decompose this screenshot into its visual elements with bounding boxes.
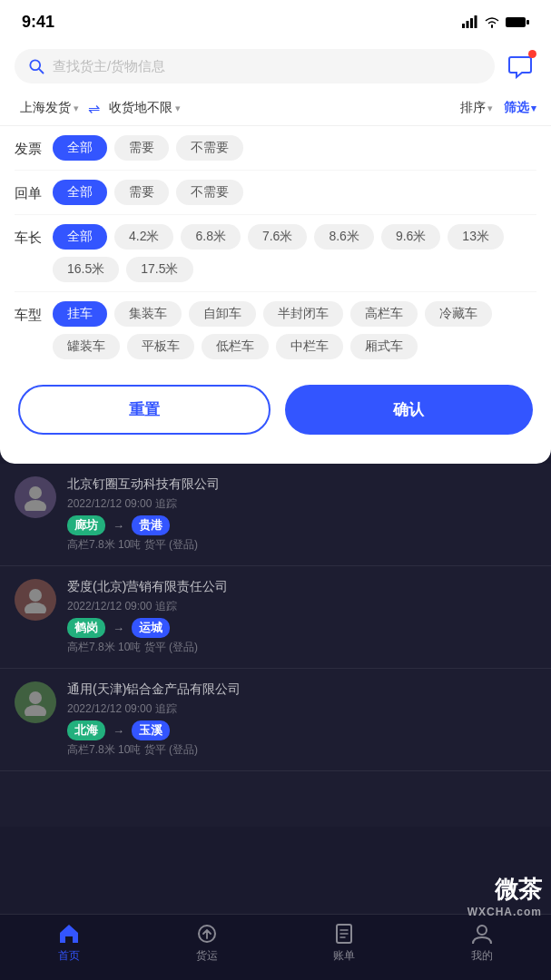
nav-bill[interactable]: 账单 (332, 922, 356, 964)
origin-filter[interactable]: 上海发货 ▾ (15, 98, 84, 118)
svg-rect-1 (467, 21, 469, 28)
search-icon (27, 57, 45, 75)
chip-invoice-all[interactable]: 全部 (53, 135, 107, 161)
chip-tl-86[interactable]: 8.6米 (314, 224, 373, 250)
to-badge: 运城 (132, 618, 170, 638)
chip-tl-96[interactable]: 9.6米 (381, 224, 440, 250)
list-meta: 高栏7.8米 10吨 货平 (登品) (67, 537, 536, 553)
sort-arrow: ▾ (487, 103, 493, 114)
status-icons (462, 15, 529, 28)
chip-tl-68[interactable]: 6.8米 (181, 224, 240, 250)
watermark-sub: WXCHA.com (467, 906, 542, 918)
screen-filter[interactable]: 筛选 ▾ (504, 100, 536, 116)
filter-section: 发票 全部 需要 不需要 回单 全部 需要 不需要 车长 全部 4.2米 6.8… (0, 126, 551, 368)
svg-point-7 (29, 486, 42, 499)
filter-bar: 上海发货 ▾ ⇌ 收货地不限 ▾ 排序 ▾ 筛选 ▾ (0, 93, 551, 126)
search-input-wrap[interactable]: 查找货主/货物信息 (15, 49, 495, 83)
origin-arrow: ▾ (74, 103, 79, 114)
list-item: 爱度(北京)营销有限责任公司 2022/12/12 09:00 追踪 鹤岗 → … (0, 566, 551, 669)
signal-icon (462, 15, 478, 28)
avatar (15, 476, 56, 518)
chip-invoice-need[interactable]: 需要 (114, 135, 169, 161)
chip-returnbill-need[interactable]: 需要 (114, 180, 169, 205)
avatar (15, 579, 56, 621)
chip-tt-tank[interactable]: 罐装车 (53, 334, 120, 359)
watermark: 微茶 WXCHA.com (467, 874, 542, 918)
bill-icon (332, 922, 356, 946)
chip-tt-halfclosed[interactable]: 半封闭车 (263, 301, 343, 327)
nav-home-label: 首页 (58, 948, 80, 964)
chip-tt-midbar[interactable]: 中栏车 (276, 334, 343, 359)
list-route: 廊坊 → 贵港 (67, 515, 536, 535)
nav-home[interactable]: 首页 (57, 922, 81, 964)
list-time: 2022/12/12 09:00 追踪 (67, 701, 536, 717)
confirm-button[interactable]: 确认 (285, 385, 534, 435)
chip-returnbill-noneed[interactable]: 不需要 (176, 180, 243, 205)
chip-tl-42[interactable]: 4.2米 (114, 224, 173, 250)
trucktype-row: 车型 挂车 集装车 自卸车 半封闭车 高栏车 冷藏车 罐装车 平板车 低栏车 中… (15, 292, 536, 368)
trucktype-label: 车型 (15, 301, 44, 324)
nav-freight-label: 货运 (196, 948, 218, 964)
to-badge: 贵港 (132, 515, 170, 535)
sort-filter[interactable]: 排序 ▾ (460, 100, 493, 116)
chip-tt-box[interactable]: 厢式车 (350, 334, 418, 359)
freight-icon (195, 922, 219, 946)
filter-modal-panel: 查找货主/货物信息 上海发货 ▾ ⇌ 收货地不限 ▾ 排序 ▾ 筛选 ▾ (0, 40, 551, 464)
svg-rect-4 (506, 17, 526, 27)
destination-arrow: ▾ (175, 103, 181, 114)
route-arrow: → (113, 622, 124, 635)
chip-tt-highbar[interactable]: 高栏车 (350, 301, 418, 327)
chip-tl-all[interactable]: 全部 (53, 224, 107, 250)
trucklength-row: 车长 全部 4.2米 6.8米 7.6米 8.6米 9.6米 13米 16.5米… (15, 215, 536, 292)
reset-button[interactable]: 重置 (18, 385, 271, 435)
chip-tt-refrigerated[interactable]: 冷藏车 (425, 301, 492, 327)
chip-tl-76[interactable]: 7.6米 (248, 224, 307, 250)
svg-point-11 (29, 691, 42, 704)
chip-tl-165[interactable]: 16.5米 (53, 257, 119, 282)
to-badge: 玉溪 (132, 720, 170, 740)
chip-invoice-noneed[interactable]: 不需要 (176, 135, 243, 161)
returnbill-row: 回单 全部 需要 不需要 (15, 171, 536, 215)
nav-bill-label: 账单 (333, 948, 355, 964)
destination-filter[interactable]: 收货地不限 ▾ (103, 98, 186, 118)
avatar (15, 681, 56, 723)
wifi-icon (484, 15, 500, 28)
chip-tl-13[interactable]: 13米 (448, 224, 504, 250)
nav-profile-label: 我的 (471, 948, 493, 964)
svg-point-9 (29, 589, 42, 602)
list-route: 鹤岗 → 运城 (67, 618, 536, 638)
search-placeholder: 查找货主/货物信息 (53, 58, 165, 75)
status-time: 9:41 (22, 13, 54, 32)
svg-point-12 (25, 705, 46, 716)
nav-freight[interactable]: 货运 (195, 922, 219, 964)
nav-profile[interactable]: 我的 (470, 922, 494, 964)
screen-arrow: ▾ (531, 103, 536, 114)
chip-tt-lowbar[interactable]: 低栏车 (202, 334, 269, 359)
trucktype-chip-group: 挂车 集装车 自卸车 半封闭车 高栏车 冷藏车 罐装车 平板车 低栏车 中栏车 … (53, 301, 536, 359)
chip-tt-flatbed[interactable]: 平板车 (127, 334, 194, 359)
background-list: 北京钉圈互动科技有限公司 2022/12/12 09:00 追踪 廊坊 → 贵港… (0, 464, 551, 827)
chip-tt-container[interactable]: 集装车 (114, 301, 182, 327)
svg-rect-5 (526, 20, 529, 24)
chip-returnbill-all[interactable]: 全部 (53, 180, 107, 205)
from-badge: 廊坊 (67, 515, 105, 535)
watermark-main: 微茶 (495, 874, 542, 906)
trucklength-chip-group: 全部 4.2米 6.8米 7.6米 8.6米 9.6米 13米 16.5米 17… (53, 224, 536, 282)
returnbill-chip-group: 全部 需要 不需要 (53, 180, 536, 205)
chip-tt-hanging[interactable]: 挂车 (53, 301, 107, 327)
list-item: 北京钉圈互动科技有限公司 2022/12/12 09:00 追踪 廊坊 → 贵港… (0, 464, 551, 566)
profile-icon (470, 922, 494, 946)
invoice-label: 发票 (15, 135, 44, 158)
company-name: 北京钉圈互动科技有限公司 (67, 476, 536, 493)
trucklength-label: 车长 (15, 224, 44, 247)
company-name: 通用(天津)铝合金产品有限公司 (67, 681, 536, 698)
from-badge: 鹤岗 (67, 618, 105, 638)
chip-tt-dump[interactable]: 自卸车 (189, 301, 256, 327)
list-content: 通用(天津)铝合金产品有限公司 2022/12/12 09:00 追踪 北海 →… (67, 681, 536, 758)
svg-point-15 (477, 926, 487, 935)
message-button[interactable] (504, 50, 536, 83)
svg-rect-0 (462, 24, 465, 28)
chip-tl-175[interactable]: 17.5米 (126, 257, 192, 282)
list-item: 通用(天津)铝合金产品有限公司 2022/12/12 09:00 追踪 北海 →… (0, 669, 551, 771)
route-arrow: → (113, 519, 124, 533)
